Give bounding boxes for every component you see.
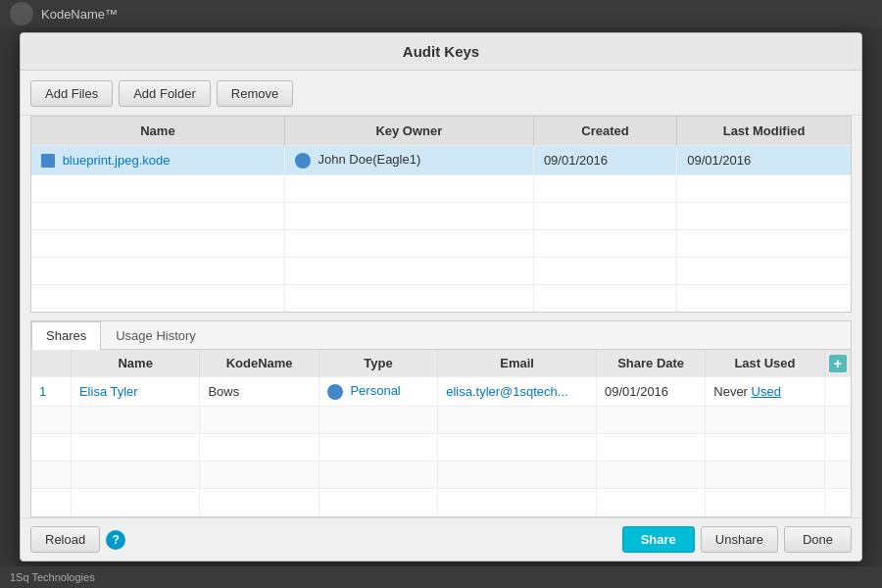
tabs-section: Shares Usage History Name KodeName Type … (30, 320, 852, 517)
used-text: Used (752, 384, 781, 399)
col-sharedate-header: Share Date (597, 350, 706, 377)
bottom-company: 1Sq Technologies (10, 571, 95, 583)
share-name: Elisa Tyler (71, 377, 199, 407)
file-table: Name Key Owner Created Last Modified blu… (31, 117, 851, 312)
owner-avatar (295, 153, 311, 169)
share-type: Personal (318, 377, 437, 407)
share-name-link[interactable]: Elisa Tyler (79, 384, 138, 399)
modal-footer: Reload ? Share Unshare Done (21, 517, 861, 561)
table-row[interactable]: blueprint.jpeg.kode John Doe(Eagle1) 09/… (31, 146, 851, 175)
table-row (31, 257, 851, 284)
reload-button[interactable]: Reload (30, 526, 100, 553)
share-lastused: Never Used (706, 377, 824, 407)
col-lastused-header: Last Used (706, 350, 824, 377)
table-row (31, 202, 851, 229)
key-owner-cell: John Doe(Eagle1) (284, 146, 533, 175)
tab-usage-history[interactable]: Usage History (101, 321, 211, 349)
table-row (31, 284, 851, 312)
app-title: KodeName™ (41, 7, 118, 22)
modal-overlay: Audit Keys Add Files Add Folder Remove N… (0, 27, 882, 566)
last-modified-cell: 09/01/2016 (677, 146, 851, 175)
share-row (31, 461, 851, 488)
file-name-cell: blueprint.jpeg.kode (31, 146, 284, 175)
unshare-button[interactable]: Unshare (701, 526, 778, 553)
bottom-bar: 1Sq Technologies (0, 566, 882, 588)
app-bar: KodeName™ (0, 0, 882, 27)
remove-button[interactable]: Remove (217, 80, 293, 107)
key-owner-text: John Doe(Eagle1) (318, 152, 420, 167)
col-type-header: Type (318, 350, 437, 377)
col-name-header: Name (31, 117, 284, 146)
col-kodename-header: KodeName (200, 350, 318, 377)
share-add-cell (824, 377, 851, 407)
add-folder-button[interactable]: Add Folder (119, 80, 211, 107)
shares-table-wrapper: Name KodeName Type Email Share Date Last… (31, 350, 851, 516)
modal-title: Audit Keys (403, 43, 479, 60)
share-row (31, 406, 851, 433)
add-files-button[interactable]: Add Files (30, 80, 113, 107)
file-name-link[interactable]: blueprint.jpeg.kode (63, 153, 171, 168)
help-button[interactable]: ? (106, 530, 125, 550)
modal-dialog: Audit Keys Add Files Add Folder Remove N… (20, 32, 862, 562)
footer-left: Reload ? (30, 526, 125, 553)
col-sharename-header: Name (71, 350, 199, 377)
file-table-wrapper: Name Key Owner Created Last Modified blu… (30, 116, 852, 313)
col-num-header (31, 350, 71, 377)
share-num: 1 (31, 377, 71, 407)
done-button[interactable]: Done (784, 526, 852, 553)
col-created-header: Created (533, 117, 676, 146)
share-row[interactable]: 1 Elisa Tyler Bows Personal elisa.tyler@… (31, 377, 851, 407)
shares-table: Name KodeName Type Email Share Date Last… (31, 350, 851, 515)
tab-bar: Shares Usage History (31, 321, 851, 350)
col-email-header: Email (438, 350, 597, 377)
footer-right: Share Unshare Done (622, 526, 852, 553)
created-cell: 09/01/2016 (533, 146, 676, 175)
share-type-link[interactable]: Personal (350, 383, 400, 398)
tab-shares[interactable]: Shares (31, 321, 101, 350)
share-date: 09/01/2016 (597, 377, 706, 407)
share-kodename: Bows (200, 377, 318, 407)
modal-header: Audit Keys (21, 33, 861, 71)
col-add-header: + (824, 350, 851, 377)
add-share-button[interactable]: + (829, 355, 847, 372)
modal-toolbar: Add Files Add Folder Remove (21, 71, 861, 116)
col-keyowner-header: Key Owner (284, 117, 533, 146)
table-row (31, 229, 851, 257)
col-lastmodified-header: Last Modified (677, 117, 851, 146)
share-email: elisa.tyler@1sqtech... (438, 377, 597, 407)
table-row (31, 174, 851, 202)
share-row (31, 488, 851, 515)
type-icon (327, 384, 343, 400)
app-logo (10, 2, 33, 25)
never-text: Never (713, 384, 751, 399)
share-button[interactable]: Share (622, 526, 695, 553)
file-icon (41, 154, 55, 168)
share-row (31, 433, 851, 461)
